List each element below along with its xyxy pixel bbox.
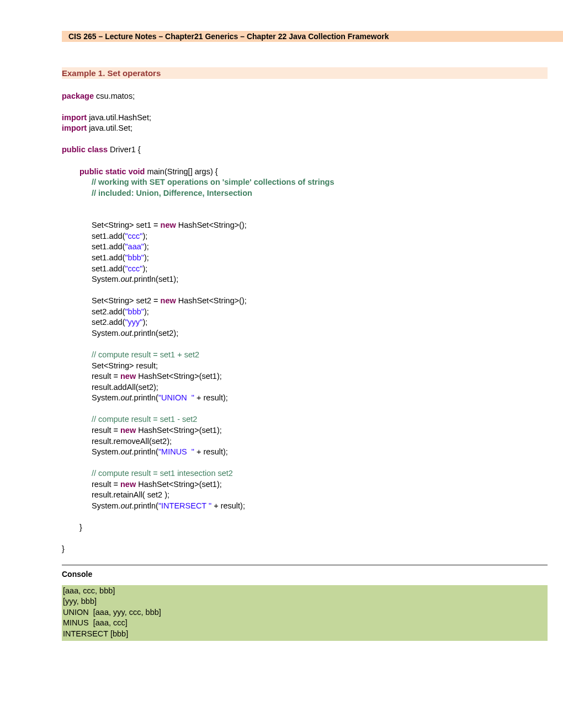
console-line: [yyy, bbb] (63, 597, 97, 606)
code-text: set1.add( (92, 264, 125, 273)
code-text: ); (144, 253, 149, 262)
console-output: [aaa, ccc, bbb] [yyy, bbb] UNION [aaa, y… (62, 585, 548, 641)
code-text: csu.matos; (94, 92, 135, 100)
code-text: HashSet<String>(set1); (136, 372, 222, 381)
code-text: set1.add( (92, 253, 125, 262)
code-text: result = (92, 372, 120, 381)
code-text: set2.add( (92, 318, 125, 326)
string-literal: "yyy" (125, 318, 142, 326)
code-text: result.removeAll(set2); (92, 437, 172, 446)
console-line: INTERSECT [bbb] (63, 629, 128, 638)
field-out: out (120, 447, 131, 456)
string-literal: "ccc" (125, 264, 142, 273)
code-text: HashSet<String>(set1); (136, 426, 222, 435)
code-text: .println( (132, 447, 158, 456)
code-text: set2.add( (92, 307, 125, 316)
comment: // compute result = set1 - set2 (92, 415, 197, 424)
code-text: HashSet<String>(set1); (136, 480, 222, 489)
code-text: Set<String> result; (92, 361, 158, 370)
code-text: set1.add( (92, 242, 125, 251)
comment: // working with SET operations on 'simpl… (92, 178, 334, 186)
divider (62, 565, 548, 565)
code-text: HashSet<String>(); (176, 296, 247, 305)
string-literal: "UNION " (158, 393, 194, 402)
code-text: Set<String> set2 = (92, 296, 161, 305)
string-literal: "bbb" (125, 253, 144, 262)
code-text: .println(set2); (132, 329, 179, 338)
code-text: .println( (132, 393, 158, 402)
keyword-new: new (120, 426, 136, 435)
keyword-import: import (62, 113, 87, 122)
keyword-new: new (161, 221, 176, 229)
code-text: ); (143, 264, 148, 273)
console-line: MINUS [aaa, ccc] (63, 618, 128, 627)
code-text: System. (92, 393, 120, 402)
content-area: Example 1. Set operators package csu.mat… (62, 67, 548, 641)
code-text: ); (144, 307, 149, 316)
keyword-new: new (120, 372, 136, 381)
keyword-public-class: public class (62, 145, 108, 154)
code-text: + result); (194, 393, 228, 402)
code-text: set1.add( (92, 232, 125, 240)
code-text: ); (144, 242, 149, 251)
string-literal: "bbb" (125, 307, 144, 316)
console-line: [aaa, ccc, bbb] (63, 586, 115, 595)
comment: // compute result = set1 + set2 (92, 350, 199, 359)
code-text: System. (92, 501, 120, 510)
keyword-new: new (120, 480, 136, 489)
example-title: Example 1. Set operators (62, 67, 548, 79)
field-out: out (120, 275, 131, 283)
comment: // compute result = set1 intesection set… (92, 469, 233, 478)
keyword-new: new (161, 296, 176, 305)
comment: // included: Union, Difference, Intersec… (92, 189, 252, 197)
code-text: Set<String> set1 = (92, 221, 161, 229)
code-text: java.util.Set; (87, 124, 132, 132)
field-out: out (120, 501, 131, 510)
code-block: package csu.matos; import java.util.Hash… (62, 80, 548, 555)
code-text: Driver1 { (108, 145, 141, 154)
string-literal: "ccc" (125, 232, 142, 240)
keyword-import: import (62, 124, 87, 132)
code-text: } (79, 523, 82, 532)
code-text: result = (92, 426, 120, 435)
string-literal: "MINUS " (158, 447, 194, 456)
code-text: result.addAll(set2); (92, 383, 158, 392)
keyword-psvm: public static void (79, 167, 145, 176)
code-text: .println(set1); (132, 275, 179, 283)
code-text: } (62, 544, 65, 553)
code-text: System. (92, 447, 120, 456)
page: CIS 265 – Lecture Notes – Chapter21 Gene… (0, 0, 563, 674)
page-header: CIS 265 – Lecture Notes – Chapter21 Gene… (62, 31, 563, 42)
console-line: UNION [aaa, yyy, ccc, bbb] (63, 608, 161, 617)
code-text: java.util.HashSet; (87, 113, 151, 122)
console-label: Console (62, 570, 548, 579)
code-text: + result); (194, 447, 228, 456)
code-text: main(String[] args) { (145, 167, 217, 176)
keyword-package: package (62, 92, 94, 100)
code-text: ); (143, 232, 148, 240)
code-text: System. (92, 329, 120, 338)
code-text: System. (92, 275, 120, 283)
string-literal: "aaa" (125, 242, 144, 251)
field-out: out (120, 329, 131, 338)
code-text: .println( (132, 501, 158, 510)
string-literal: "INTERSECT " (158, 501, 211, 510)
field-out: out (120, 393, 131, 402)
code-text: result.retainAll( set2 ); (92, 490, 169, 499)
code-text: ); (143, 318, 148, 326)
code-text: result = (92, 480, 120, 489)
code-text: + result); (211, 501, 245, 510)
code-text: HashSet<String>(); (176, 221, 247, 229)
